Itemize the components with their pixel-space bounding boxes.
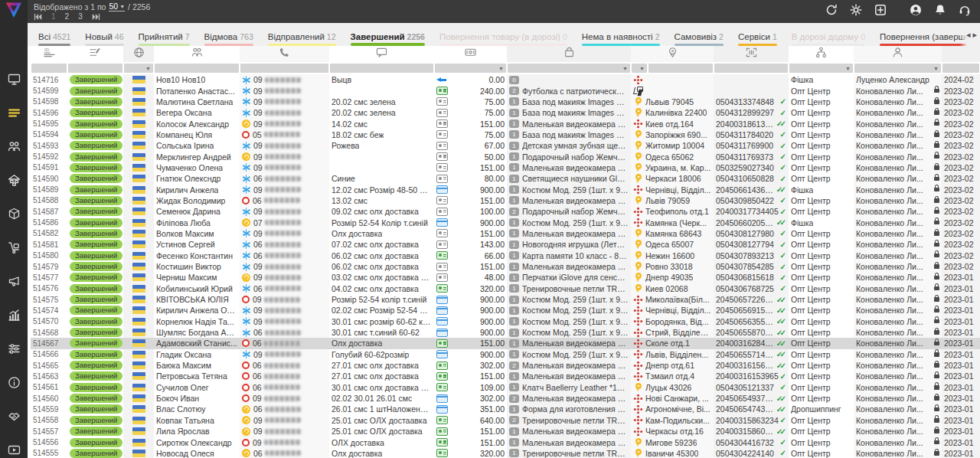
column-header-id[interactable]: ID bbox=[31, 46, 67, 62]
info-nav-item[interactable] bbox=[5, 377, 23, 391]
orders-list-nav-item[interactable] bbox=[5, 107, 23, 121]
scroll-right-icon[interactable]: ▸ bbox=[972, 31, 977, 39]
filter-input-id[interactable] bbox=[31, 64, 67, 73]
tab-відмова[interactable]: Відмова763 bbox=[198, 31, 260, 46]
column-header-ttn[interactable] bbox=[714, 46, 789, 62]
scroll-left-icon[interactable]: ◂ bbox=[966, 31, 971, 39]
column-header-client[interactable] bbox=[154, 46, 240, 62]
table-row[interactable]: 514592ЗавершенийМерклингер Андрей0950.00… bbox=[31, 151, 980, 162]
tab-повернення-товару-в-дорозі-[interactable]: Повернення товару (в дорозі)0 bbox=[433, 31, 573, 46]
table-row[interactable]: 514557ЗавершенийЛила Ярослав0925.01 смс … bbox=[31, 426, 980, 437]
table-row[interactable]: 514560ЗавершенийБокоч Иван0902.02 30.01 … bbox=[31, 393, 980, 404]
table-row[interactable]: 514589ЗавершенийКирилич Анжела0912.02 см… bbox=[31, 184, 980, 195]
filter-input-del[interactable] bbox=[648, 64, 713, 73]
table-row[interactable]: 514559ЗавершенийВлас Слотюу0626.01 смс 1… bbox=[31, 404, 980, 414]
column-header-mgr[interactable] bbox=[854, 46, 942, 62]
tab-новый[interactable]: Новый46 bbox=[79, 31, 129, 46]
table-row[interactable]: 514594ЗавершенийКомпанец Юля0518.02 смс … bbox=[31, 129, 980, 140]
filter-input-country[interactable]: ▼ bbox=[124, 64, 153, 73]
filter-input-ttn[interactable] bbox=[714, 64, 788, 73]
table-row[interactable]: 514566ЗавершенийГладик Оксана09Голубий 6… bbox=[31, 349, 980, 360]
support-headset-button[interactable] bbox=[959, 4, 971, 19]
table-row[interactable]: 514563ЗавершенийПетровська Тетяна0627.01… bbox=[31, 371, 980, 381]
table-row[interactable]: 514575ЗавершенийКВІТОВСЬКА ЮЛІЯ09Розмір … bbox=[31, 294, 980, 305]
column-header-comment[interactable] bbox=[329, 46, 434, 62]
app-logo[interactable] bbox=[0, 0, 28, 20]
table-row[interactable]: 514716ЗавершенийНов10 Нов1009Выцв0.000Фі… bbox=[31, 74, 980, 85]
table-row[interactable]: 514565ЗавершенийБаюка Максим0627.01 смс … bbox=[31, 360, 980, 371]
filter-input-phone[interactable] bbox=[240, 64, 328, 73]
table-row[interactable]: 514593ЗавершенийСольська Ірина09Рожева67… bbox=[31, 140, 980, 151]
products-box-nav-item[interactable] bbox=[5, 208, 23, 222]
user-avatar-button[interactable] bbox=[910, 4, 922, 19]
table-row[interactable]: 514598ЗавершенийМалютина Светлана0920.02… bbox=[31, 97, 980, 107]
tab-відправлений[interactable]: Відправлений12 bbox=[262, 31, 342, 46]
table-row[interactable]: 514568ЗавершенийШумляс Богдана Ан...0630… bbox=[31, 327, 980, 338]
partners-handshake-nav-item[interactable] bbox=[5, 411, 23, 424]
table-row[interactable]: 514586ЗавершенийФіліпова Люба07Розмір 52… bbox=[31, 217, 980, 227]
bell-button[interactable] bbox=[934, 4, 946, 19]
filter-input-del-type[interactable]: ▼ bbox=[632, 64, 647, 73]
table-row[interactable]: 514588ЗавершенийЖидак Володимир0613.02 с… bbox=[31, 195, 980, 206]
page-number[interactable]: 2 bbox=[65, 12, 70, 21]
column-header-src[interactable] bbox=[789, 46, 854, 62]
refresh-button[interactable] bbox=[825, 4, 838, 19]
tab-сервіси[interactable]: Сервіси1 bbox=[732, 31, 783, 46]
gear-button[interactable] bbox=[850, 4, 862, 19]
table-row[interactable]: 514590ЗавершенийГнатюк Олексндр06Синие80… bbox=[31, 173, 980, 184]
page-number[interactable]: 1 bbox=[51, 12, 56, 21]
tab-всі[interactable]: Всі4521 bbox=[32, 31, 77, 46]
page-size-dropdown[interactable]: 50▼ bbox=[109, 2, 125, 11]
statistics-chart-nav-item[interactable] bbox=[5, 309, 23, 323]
column-header-pay[interactable] bbox=[434, 46, 507, 62]
column-header-date[interactable] bbox=[942, 46, 980, 62]
column-header-phone[interactable] bbox=[240, 46, 329, 62]
filter-input-date[interactable] bbox=[942, 64, 979, 73]
table-row[interactable]: 514556ЗавершенийСиротюк Олександр09ОЛХ д… bbox=[31, 437, 980, 447]
table-row[interactable]: 514579ЗавершенийКостишин Виктор0906.02 с… bbox=[31, 261, 980, 272]
table-row[interactable]: 514558ЗавершенийКовпак Татьяна0925.01 см… bbox=[31, 415, 980, 426]
clients-people-nav-item[interactable] bbox=[5, 141, 23, 155]
filter-input-src[interactable]: ▼ bbox=[789, 64, 853, 73]
add-square-button[interactable] bbox=[874, 4, 887, 19]
tab-самовивіз[interactable]: Самовивіз2 bbox=[668, 31, 730, 46]
first-page-button[interactable] bbox=[34, 13, 42, 21]
table-row[interactable]: 514581ЗавершенийУстинов Сергей0607.02 см… bbox=[31, 239, 980, 250]
dashboard-monitor-nav-item[interactable] bbox=[5, 74, 23, 87]
column-header-del[interactable] bbox=[631, 46, 714, 62]
table-row[interactable]: 514561ЗавершенийСучилов Олег0630.01 смс … bbox=[31, 382, 980, 393]
column-header-country[interactable] bbox=[123, 46, 154, 62]
table-row[interactable]: 514555ЗавершенийНовосад Олеся06Олх доста… bbox=[31, 448, 980, 458]
table-row[interactable]: 514574ЗавершенийКирилич Анжела Ол...0902… bbox=[31, 305, 980, 316]
marketing-megaphone-nav-item[interactable] bbox=[5, 276, 23, 290]
video-tutorials-nav-item[interactable] bbox=[5, 444, 23, 458]
filter-input-client[interactable] bbox=[155, 64, 239, 73]
settings-sliders-nav-item[interactable] bbox=[5, 343, 23, 357]
page-number[interactable]: 3 bbox=[78, 12, 83, 21]
table-row[interactable]: 514587ЗавершенийСеменюк Дарина0909.02 см… bbox=[31, 206, 980, 217]
filter-input-status[interactable] bbox=[68, 64, 122, 73]
dropshipping-cart-nav-item[interactable] bbox=[5, 242, 23, 256]
last-page-button[interactable] bbox=[92, 13, 100, 21]
filter-input-mgr[interactable]: ▼ bbox=[854, 64, 941, 73]
tab-в-дорозі-додому[interactable]: В дорозі додому0 bbox=[786, 31, 871, 46]
table-row[interactable]: 514591ЗавершенийЧумаченко Олена09151.001… bbox=[31, 162, 980, 173]
filter-input-pay[interactable]: ▼ bbox=[435, 64, 506, 73]
table-row[interactable]: 514576ЗавершенийКобилинський Юрий0604.02… bbox=[31, 283, 980, 294]
tab-нема-в-наявності[interactable]: Нема в наявності2 bbox=[576, 31, 666, 46]
table-row[interactable]: 514596ЗавершенийВегера Оксана0920.02 смс… bbox=[31, 107, 980, 118]
table-row[interactable]: 514582ЗавершенийВолков Максим09Олх доста… bbox=[31, 228, 980, 239]
column-header-status[interactable] bbox=[67, 46, 123, 62]
column-header-prod[interactable] bbox=[507, 46, 631, 62]
table-row[interactable]: 514580ЗавершенийФесенко Константин0606.0… bbox=[31, 250, 980, 261]
filter-input-comment[interactable] bbox=[330, 64, 433, 73]
table-row[interactable]: 514570ЗавершенийКорнелюк Надія Та...0930… bbox=[31, 316, 980, 327]
table-row[interactable]: 514595ЗавершенийКолосок Александр0914.02… bbox=[31, 118, 980, 129]
table-row[interactable]: 514577ЗавершенийЧерниш Максим0903.02 смс… bbox=[31, 272, 980, 283]
table-row[interactable]: 514567ЗавершенийАдамовский Станис...06Ол… bbox=[31, 338, 980, 348]
tab-завершений[interactable]: Завершений2256 bbox=[345, 31, 431, 46]
filter-input-prod[interactable]: ▼ bbox=[508, 64, 630, 73]
company-structure-nav-item[interactable] bbox=[5, 175, 23, 188]
tab-прийнятий[interactable]: Прийнятий7 bbox=[132, 31, 196, 46]
table-row[interactable]: 514599ЗавершенийПотапенко Анастас...0924… bbox=[31, 85, 980, 96]
